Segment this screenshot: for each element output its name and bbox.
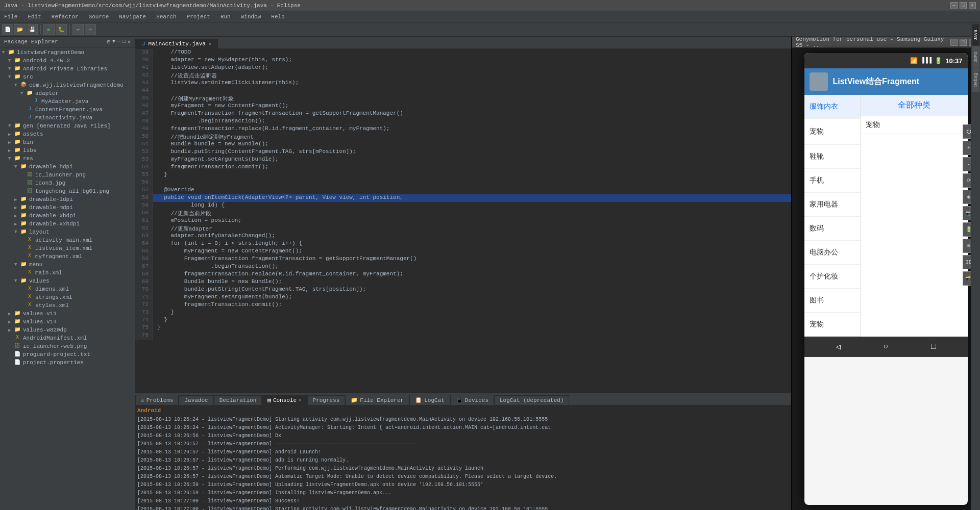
tree-item[interactable]: ▶📁drawable-xhdpi xyxy=(0,212,135,220)
tree-item[interactable]: ▼📦com.wjj.listviewfragmentdemo xyxy=(0,81,135,89)
tree-item[interactable]: ▶📁libs xyxy=(0,146,135,155)
line-content: @Override xyxy=(153,187,791,194)
perspective-java[interactable]: Java xyxy=(972,24,979,46)
menu-search[interactable]: Search xyxy=(154,13,179,21)
tab-javadoc[interactable]: Javadoc xyxy=(179,395,213,405)
tab-problems[interactable]: ⚠ Problems xyxy=(135,395,179,405)
tree-item[interactable]: ▼📁layout xyxy=(0,228,135,236)
tree-item[interactable]: ▶📁drawable-ldpi xyxy=(0,195,135,203)
tree-item[interactable]: XAndroidManifest.xml xyxy=(0,334,135,342)
menu-project[interactable]: Project xyxy=(185,13,212,21)
tree-item[interactable]: ▼📁adapter xyxy=(0,89,135,97)
tab-close-icon[interactable]: ✕ xyxy=(209,41,211,47)
toolbar-new[interactable]: 📄 xyxy=(2,24,13,35)
tree-item[interactable]: ▶📁drawable-mdpi xyxy=(0,203,135,212)
tree-item[interactable]: Xdimens.xml xyxy=(0,285,135,293)
tree-item[interactable]: ▼📁gen [Generated Java Files] xyxy=(0,122,135,130)
tree-item[interactable]: JMyAdapter.java xyxy=(0,97,135,106)
genymotion-restore[interactable]: □ xyxy=(960,39,967,46)
list-item-xiezi[interactable]: 鞋靴 xyxy=(804,145,860,169)
line-content: .beginTransaction(); xyxy=(153,118,791,125)
list-item-tushu[interactable]: 图书 xyxy=(804,289,860,313)
tab-logcat[interactable]: 📋 LogCat xyxy=(409,395,450,405)
toolbar-redo[interactable]: ↪ xyxy=(85,24,96,35)
tree-item[interactable]: JMainActivity.java xyxy=(0,114,135,122)
tree-item[interactable]: ▼📁Android Private Libraries xyxy=(0,65,135,73)
close-button[interactable]: ✕ xyxy=(969,2,976,9)
genymotion-minimize[interactable]: ─ xyxy=(950,39,958,46)
menu-edit[interactable]: Edit xyxy=(26,13,43,21)
code-editor[interactable]: 39 //TODO40 adapter = new MyAdapter(this… xyxy=(135,49,791,393)
toolbar-run[interactable]: ▶ xyxy=(43,24,55,35)
toolbar-save[interactable]: 💾 xyxy=(27,24,38,35)
list-item-jiayong[interactable]: 家用电器 xyxy=(804,193,860,217)
menu-navigate[interactable]: Navigate xyxy=(117,13,148,21)
tree-item[interactable]: 📄proguard-project.txt xyxy=(0,350,135,359)
list-item-huazhuang[interactable]: 个护化妆 xyxy=(804,265,860,289)
tree-item[interactable]: 🖼tongcheng_all_bg01.png xyxy=(0,187,135,195)
tree-item[interactable]: ▶📁values-v11 xyxy=(0,310,135,318)
tree-item[interactable]: ▼📁Android 4.4W.2 xyxy=(0,57,135,65)
tree-item[interactable]: 🖼ic_launcher-web.png xyxy=(0,342,135,350)
phone-nav-bar: ◁ ○ □ xyxy=(804,337,968,357)
pe-collapse-icon[interactable]: ⊟ xyxy=(107,39,110,45)
tab-logcat-deprecated[interactable]: LogCat (deprecated) xyxy=(494,395,569,405)
minimize-button[interactable]: ─ xyxy=(950,2,958,9)
pe-close-icon[interactable]: ✕ xyxy=(128,39,131,45)
tree-item[interactable]: ▶📁values-v14 xyxy=(0,318,135,326)
tree-item[interactable]: 📄project.properties xyxy=(0,359,135,367)
tree-item[interactable]: Xmyfragment.xml xyxy=(0,252,135,261)
tree-item[interactable]: ▶📁assets xyxy=(0,130,135,138)
perspective-debug[interactable]: Debug xyxy=(972,68,979,92)
line-number: 45 xyxy=(135,95,153,103)
menu-source[interactable]: Source xyxy=(87,13,111,21)
tree-item[interactable]: ▶📁bin xyxy=(0,138,135,146)
tree-item[interactable]: ▼📁listviewFragmentDemo xyxy=(0,48,135,57)
toolbar-undo[interactable]: ↩ xyxy=(72,24,84,35)
tab-devices[interactable]: 📱 Devices xyxy=(450,395,494,405)
menu-file[interactable]: File xyxy=(2,13,19,21)
list-item-fushipeiyi[interactable]: 服饰内衣 xyxy=(804,95,860,119)
tree-item[interactable]: Xstrings.xml xyxy=(0,293,135,301)
tree-item[interactable]: Xactivity_main.xml xyxy=(0,236,135,244)
list-item-xiuhua[interactable]: 宠物 xyxy=(804,119,860,145)
tab-declaration[interactable]: Declaration xyxy=(214,395,262,405)
menu-run[interactable]: Run xyxy=(218,13,233,21)
tree-item[interactable]: Xlistview_item.xml xyxy=(0,244,135,252)
recents-button[interactable]: □ xyxy=(931,342,936,351)
tree-item[interactable]: ▶📁values-w820dp xyxy=(0,326,135,334)
menu-refactor[interactable]: Refactor xyxy=(50,13,81,21)
tree-item[interactable]: JContentFragment.java xyxy=(0,106,135,114)
tree-item[interactable]: 🖼ic_launcher.png xyxy=(0,171,135,179)
console-line: [2015-08-13 10:26:57 - listviewFragmentD… xyxy=(137,465,789,473)
tree-item[interactable]: ▼📁menu xyxy=(0,261,135,269)
home-button[interactable]: ○ xyxy=(884,342,889,351)
pe-max-icon[interactable]: □ xyxy=(122,39,126,45)
tree-item[interactable]: ▼📁res xyxy=(0,155,135,163)
tab-console[interactable]: ▤ Console ✕ xyxy=(262,395,307,405)
tree-item[interactable]: Xmain.xml xyxy=(0,269,135,277)
list-item-chongwu2[interactable]: 宠物 xyxy=(804,313,860,337)
menu-help[interactable]: Help xyxy=(269,13,286,21)
tree-item[interactable]: ▼📁drawable-hdpi xyxy=(0,163,135,171)
maximize-button[interactable]: □ xyxy=(960,2,967,9)
pe-min-icon[interactable]: ─ xyxy=(117,39,120,45)
toolbar-debug[interactable]: 🐛 xyxy=(56,24,67,35)
list-item-shouji[interactable]: 手机 xyxy=(804,169,860,193)
tree-item[interactable]: ▶📁drawable-xxhdpi xyxy=(0,220,135,228)
toolbar-open[interactable]: 📂 xyxy=(14,24,26,35)
pe-menu-icon[interactable]: ▼ xyxy=(112,39,115,45)
editor-tab-mainactivity[interactable]: J MainActivity.java ✕ xyxy=(135,39,218,48)
tree-item[interactable]: Xstyles.xml xyxy=(0,301,135,310)
list-item-shuma[interactable]: 数码 xyxy=(804,217,860,241)
tab-file-explorer[interactable]: 📁 File Explorer xyxy=(345,395,409,405)
tab-progress[interactable]: Progress xyxy=(307,395,346,405)
back-button[interactable]: ◁ xyxy=(836,342,841,352)
tree-item[interactable]: ▼📁values xyxy=(0,277,135,285)
perspective-ddms[interactable]: DDMS xyxy=(972,46,979,68)
menu-window[interactable]: Window xyxy=(239,13,263,21)
console-tab-close[interactable]: ✕ xyxy=(299,397,301,403)
tree-item[interactable]: 🖼icon3.jpg xyxy=(0,179,135,187)
list-item-diannao[interactable]: 电脑办公 xyxy=(804,241,860,265)
tree-item[interactable]: ▼📁src xyxy=(0,73,135,81)
